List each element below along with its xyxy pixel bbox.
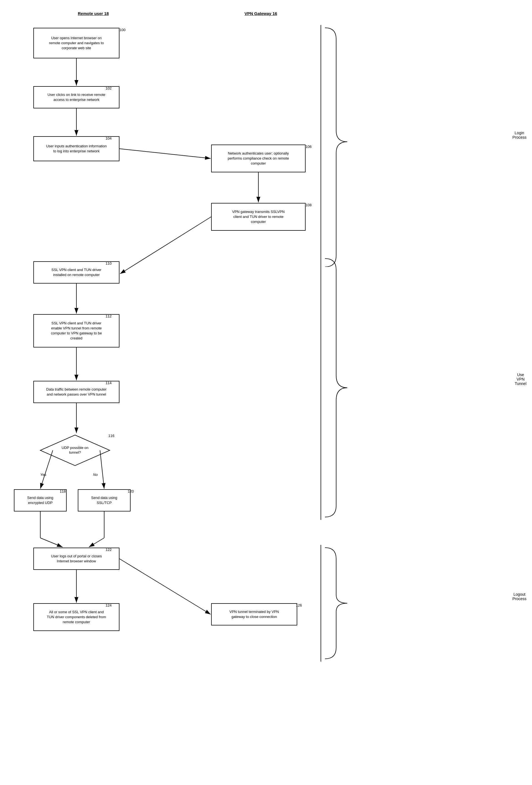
brace-vpn-label: Use VPN Tunnel [515,373,527,386]
header-remote-user: Remote user 18 [78,11,109,16]
brace-logout-label: Logout Process [512,592,527,601]
svg-text:UDP possible on: UDP possible on [62,446,89,450]
svg-line-6 [119,149,211,158]
label-104: 104 [106,136,112,141]
label-100: 100 [119,28,126,32]
brace-login [322,25,355,267]
svg-line-8 [120,217,211,274]
svg-line-17 [89,538,104,547]
box-120: Send data using SSL/TCP [78,489,131,511]
brace-logout [322,545,355,662]
label-106: 106 [305,145,312,149]
label-116: 116 [108,434,114,438]
svg-line-19 [119,559,211,614]
label-120: 120 [128,489,134,493]
label-112: 112 [106,314,112,318]
label-126: 126 [296,603,302,607]
label-110: 110 [106,261,112,265]
label-108: 108 [305,203,312,207]
box-124: All or some of SSL VPN client and TUN dr… [33,603,119,631]
box-106: Network authenticates user; optionally p… [211,145,305,172]
branch-no: No [93,473,98,477]
header-vpn-gateway: VPN Gateway 16 [244,11,277,16]
svg-line-15 [40,538,62,547]
svg-text:tunnel?: tunnel? [69,450,81,455]
box-112: SSL VPN client and TUN driver enable VPN… [33,314,119,348]
branch-yes: Yes [40,473,46,477]
diamond-116: UDP possible on tunnel? [39,434,111,467]
label-124: 124 [106,603,112,607]
brace-use-vpn [322,256,355,520]
brace-login-label: Login Process [512,131,527,140]
label-118: 118 [60,489,66,493]
box-108: VPN gateway transmits SSLVPN client and … [211,203,305,231]
box-126: VPN tunnel terminated by VPN gateway to … [211,603,297,626]
box-100: User opens Internet browser on remote co… [33,28,119,58]
label-114: 114 [106,381,112,385]
label-102: 102 [106,86,112,90]
box-118: Send data using encrypted UDP [14,489,67,511]
label-122: 122 [106,548,112,552]
diagram-container: Remote user 18 VPN Gateway 16 User opens… [0,0,532,785]
